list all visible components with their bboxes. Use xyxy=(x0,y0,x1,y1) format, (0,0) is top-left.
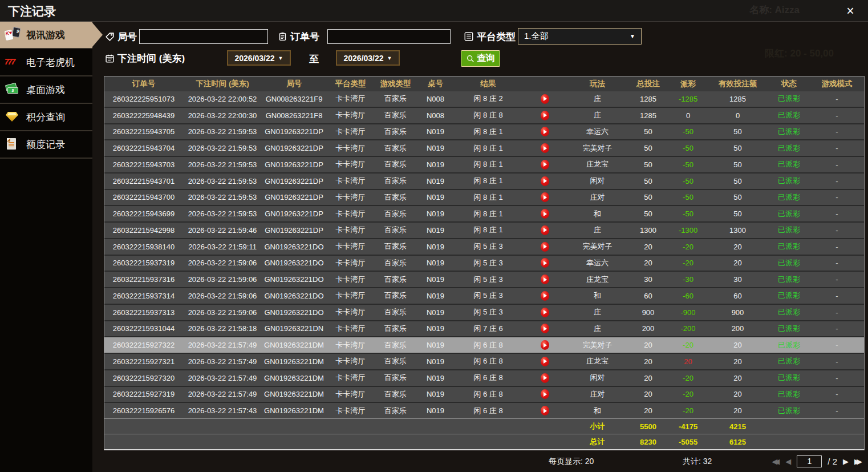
cell-total-bet: 1285 xyxy=(627,108,669,123)
bet-records-table: 订单号 下注时间 (美东) 局号 平台类型 游戏类型 桌号 结果 玩法 总投注 … xyxy=(104,76,865,450)
close-icon[interactable]: × xyxy=(842,2,859,19)
table-row[interactable]: 260322215943703 2026-03-22 21:59:53 GN01… xyxy=(104,156,864,172)
cell-game-mode: - xyxy=(810,124,864,140)
replay-icon[interactable] xyxy=(541,308,549,317)
cell-round-no: GN019263221DN xyxy=(262,321,326,337)
replay-icon[interactable] xyxy=(541,94,549,104)
cell-valid-bet: 20 xyxy=(707,370,768,386)
replay-icon[interactable] xyxy=(541,340,549,350)
table-row[interactable]: 260322215937316 2026-03-22 21:59:06 GN01… xyxy=(104,271,864,287)
replay-icon[interactable] xyxy=(541,209,549,219)
cell-valid-bet: 50 xyxy=(707,140,768,156)
cell-game-mode: - xyxy=(810,337,864,353)
cell-total-bet: 1285 xyxy=(627,91,669,107)
replay-icon[interactable] xyxy=(541,160,549,170)
document-icon xyxy=(5,137,21,152)
replay-icon[interactable] xyxy=(541,258,549,268)
cell-game-type: 百家乐 xyxy=(375,370,416,386)
cell-platform: 卡卡湾厅 xyxy=(326,174,375,189)
table-row[interactable]: 260322215926576 2026-03-22 21:57:43 GN01… xyxy=(104,402,864,418)
sidebar-item-video-games[interactable]: 9K♥ 视讯游戏 xyxy=(0,22,92,49)
table-row[interactable]: 260322215943704 2026-03-22 21:59:53 GN01… xyxy=(104,139,864,156)
page-number-input[interactable] xyxy=(797,455,822,467)
table-row[interactable]: 260322215943705 2026-03-22 21:59:53 GN01… xyxy=(104,123,864,140)
first-page-icon[interactable]: ◀◀ xyxy=(772,457,780,466)
cell-table-no: N019 xyxy=(416,387,455,402)
cell-bet-time: 2026-03-22 21:59:53 xyxy=(183,190,262,205)
table-row[interactable]: 260322225951073 2026-03-22 22:00:52 GN00… xyxy=(104,91,864,107)
sidebar-item-slots[interactable]: 777 电子老虎机 xyxy=(0,49,92,76)
cell-play-method: 庄对 xyxy=(567,387,627,402)
cell-platform: 卡卡湾厅 xyxy=(326,337,375,353)
date-from-select[interactable]: 2026/03/22 xyxy=(227,50,291,66)
replay-icon[interactable] xyxy=(541,143,549,153)
replay-icon[interactable] xyxy=(541,275,549,284)
replay-icon[interactable] xyxy=(541,389,549,399)
platform-type-select[interactable]: 1.全部 xyxy=(518,28,642,45)
cell-bet-time: 2026-03-22 21:59:06 xyxy=(183,272,262,287)
next-page-icon[interactable]: ▶ xyxy=(843,457,849,466)
sidebar-item-table-games[interactable]: $ 桌面游戏 xyxy=(0,76,92,104)
round-no-input[interactable] xyxy=(139,29,268,44)
replay-icon[interactable] xyxy=(541,176,549,186)
replay-icon[interactable] xyxy=(541,406,549,415)
sidebar-item-quota-record[interactable]: 额度记录 xyxy=(0,131,92,159)
cell-round-no: GN019263221DP xyxy=(262,206,326,221)
cell-order-no: 260322215938140 xyxy=(104,239,183,255)
replay-icon[interactable] xyxy=(541,324,549,333)
cell-table-no: N008 xyxy=(416,91,455,107)
replay-icon[interactable] xyxy=(541,127,549,136)
table-row[interactable]: 260322215927319 2026-03-22 21:57:49 GN01… xyxy=(104,386,864,402)
replay-icon[interactable] xyxy=(541,357,549,366)
table-row[interactable]: 260322215943700 2026-03-22 21:59:53 GN01… xyxy=(104,189,864,205)
cell-order-no: 260322215937314 xyxy=(104,288,183,304)
order-no-label-group: 订单号 xyxy=(278,29,319,45)
table-row[interactable]: 260322215937319 2026-03-22 21:59:06 GN01… xyxy=(104,255,864,271)
cell-bet-time: 2026-03-22 21:57:49 xyxy=(183,354,262,369)
table-row[interactable]: 260322225948439 2026-03-22 22:00:30 GN00… xyxy=(104,107,864,123)
replay-icon[interactable] xyxy=(541,373,549,383)
table-row[interactable]: 260322215943701 2026-03-22 21:59:53 GN01… xyxy=(104,172,864,189)
last-page-icon[interactable]: ▶▶ xyxy=(854,457,862,466)
table-row[interactable]: 260322215937314 2026-03-22 21:59:06 GN01… xyxy=(104,287,864,304)
cell-status: 已派彩 xyxy=(768,157,810,172)
order-no-input[interactable] xyxy=(327,29,451,44)
cell-total-bet: 200 xyxy=(627,321,669,337)
query-button[interactable]: 查询 xyxy=(461,50,500,67)
table-row[interactable]: 260322215927321 2026-03-22 21:57:49 GN01… xyxy=(104,353,864,369)
replay-icon[interactable] xyxy=(541,242,549,252)
prev-page-icon[interactable]: ◀ xyxy=(785,457,791,466)
cell-game-mode: - xyxy=(810,174,864,189)
cell-platform: 卡卡湾厅 xyxy=(326,206,375,221)
total-count-label: 共计: 32 xyxy=(683,457,712,467)
replay-icon[interactable] xyxy=(541,291,549,301)
replay-icon[interactable] xyxy=(541,111,549,120)
table-row[interactable]: 260322215927320 2026-03-22 21:57:49 GN01… xyxy=(104,369,864,386)
cell-round-no: GN008263221F9 xyxy=(262,91,326,107)
table-row[interactable]: 260322215943699 2026-03-22 21:59:53 GN01… xyxy=(104,205,864,221)
cell-round-no: GN019263221DO xyxy=(262,256,326,271)
cell-valid-bet: 60 xyxy=(707,288,768,304)
replay-icon[interactable] xyxy=(541,225,549,235)
table-row[interactable]: 260322215938140 2026-03-22 21:59:11 GN01… xyxy=(104,238,864,255)
cell-valid-bet: 50 xyxy=(707,157,768,172)
grand-total-valid-bet: 6125 xyxy=(707,434,768,449)
date-to-select[interactable]: 2026/03/22 xyxy=(336,50,400,66)
table-row[interactable]: 260322215931044 2026-03-22 21:58:18 GN01… xyxy=(104,320,864,337)
col-header-play-method: 玩法 xyxy=(567,76,627,91)
table-row[interactable]: 260322215937313 2026-03-22 21:59:06 GN01… xyxy=(104,304,864,320)
table-row[interactable]: 260322215942998 2026-03-22 21:59:46 GN01… xyxy=(104,221,864,238)
cell-valid-bet: 50 xyxy=(707,124,768,140)
cell-order-no: 260322215927320 xyxy=(104,370,183,386)
cell-result: 闲 8 庄 1 xyxy=(455,157,522,172)
cell-payout: 20 xyxy=(669,354,707,369)
cell-result: 闲 6 庄 8 xyxy=(455,354,522,369)
cell-game-mode: - xyxy=(810,140,864,156)
replay-icon[interactable] xyxy=(541,192,549,202)
sidebar-item-points[interactable]: 积分查询 xyxy=(0,104,92,131)
cell-game-mode: - xyxy=(810,305,864,320)
table-row[interactable]: 260322215927322 2026-03-22 21:57:49 GN01… xyxy=(104,336,864,353)
cell-order-no: 260322215943704 xyxy=(104,140,183,156)
cell-payout: -200 xyxy=(669,321,707,337)
cell-game-type: 百家乐 xyxy=(375,157,416,172)
